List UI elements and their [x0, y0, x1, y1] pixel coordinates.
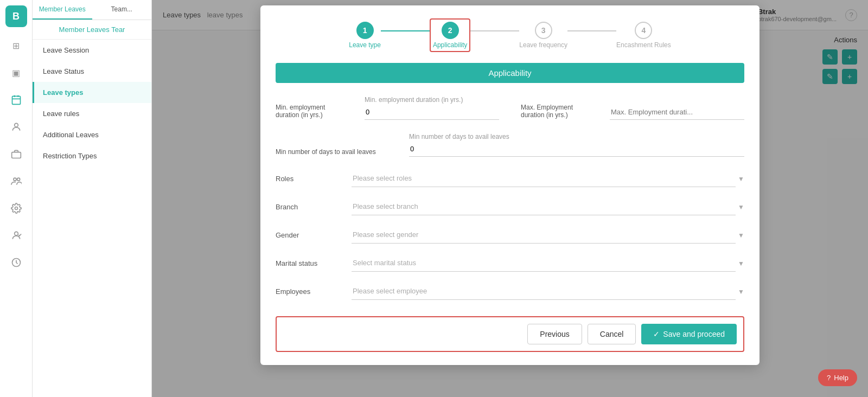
step-4-circle: 4: [635, 22, 652, 39]
gender-select[interactable]: Please select gender: [352, 226, 736, 244]
branch-control: Please select branch ▼: [352, 198, 744, 215]
nav-header: Member Leaves Tear: [33, 20, 151, 40]
step-1: 1 Leave type: [349, 22, 381, 49]
step-3-circle: 3: [535, 22, 552, 39]
branch-arrow-icon: ▼: [738, 203, 744, 211]
max-employment-label-col: Max. Employment duration (in yrs.): [521, 104, 588, 120]
marital-status-label: Marital status: [276, 259, 352, 272]
max-employment-label: Max. Employment duration (in yrs.): [521, 104, 588, 119]
max-employment-input[interactable]: [610, 105, 744, 120]
roles-label: Roles: [276, 175, 352, 187]
svg-point-6: [14, 178, 16, 181]
step-2: 2 Applicability: [430, 18, 470, 52]
save-proceed-button[interactable]: ✓ Save and proceed: [641, 324, 737, 344]
employees-select[interactable]: Please select employee: [352, 283, 736, 300]
step-3: 3 Leave frequency: [519, 22, 567, 49]
section-title: Applicability: [276, 63, 744, 83]
svg-point-8: [15, 207, 17, 210]
min-days-label: Min number of days to avail leaves: [276, 148, 387, 156]
employees-control: Please select employee ▼: [352, 283, 744, 300]
gender-arrow-icon: ▼: [738, 232, 744, 239]
min-employment-label: Min. employment duration (in yrs.): [276, 104, 343, 119]
min-employment-input[interactable]: [365, 105, 499, 120]
employees-row: Employees Please select employee ▼: [276, 283, 744, 300]
branch-label: Branch: [276, 203, 352, 215]
team-icon[interactable]: [7, 171, 26, 191]
sidebar-item-leave-types[interactable]: Leave types: [33, 82, 151, 103]
help-icon: ?: [827, 374, 831, 382]
settings-icon[interactable]: [7, 198, 26, 218]
sidebar-menu: Leave Session Leave Status Leave types L…: [33, 40, 151, 167]
tab-team[interactable]: Team...: [92, 0, 152, 20]
connector-3: [567, 30, 616, 31]
tab-member-leaves[interactable]: Member Leaves: [33, 0, 92, 20]
sidebar-item-leave-session[interactable]: Leave Session: [33, 40, 151, 61]
min-employment-inner-label: Min. employment duration (in yrs.): [365, 96, 499, 104]
max-employment-input-group: [610, 105, 744, 120]
roles-control: Please select roles ▼: [352, 170, 744, 187]
nav-tabs: Member Leaves Team...: [33, 0, 151, 20]
min-days-inner-label: Min number of days to avail leaves: [409, 133, 744, 140]
sidebar-item-restriction-types[interactable]: Restriction Types: [33, 145, 151, 167]
person-icon[interactable]: [7, 117, 26, 137]
step-1-circle: 1: [356, 22, 374, 39]
previous-button[interactable]: Previous: [527, 324, 582, 344]
sidebar-item-leave-status[interactable]: Leave Status: [33, 61, 151, 82]
step-1-label: Leave type: [349, 41, 381, 49]
checkmark-icon: ✓: [653, 330, 660, 338]
marital-status-select[interactable]: Select marital status: [352, 254, 736, 272]
sidebar-item-additional-leaves[interactable]: Additional Leaves: [33, 124, 151, 145]
clock-icon[interactable]: [7, 253, 26, 272]
gender-label: Gender: [276, 231, 352, 244]
main-area: Leave types leave types + ⚙ B Btrak btra…: [152, 0, 868, 397]
svg-rect-5: [11, 152, 21, 158]
roles-select[interactable]: Please select roles: [352, 170, 736, 187]
svg-rect-0: [12, 96, 20, 104]
step-2-label: Applicability: [433, 41, 467, 49]
employment-duration-row: Min. employment duration (in yrs.) Min. …: [276, 96, 744, 120]
app-logo[interactable]: B: [5, 5, 27, 27]
icon-sidebar: B ⊞ ▣: [0, 0, 33, 397]
admin-icon[interactable]: [7, 226, 26, 245]
briefcase-icon[interactable]: [7, 144, 26, 164]
help-button[interactable]: ? Help: [818, 369, 857, 386]
step-4-label: Encashment Rules: [616, 41, 671, 49]
employees-label: Employees: [276, 287, 352, 300]
gender-control: Please select gender ▼: [352, 226, 744, 244]
sidebar-item-leave-rules[interactable]: Leave rules: [33, 103, 151, 124]
min-days-input[interactable]: [409, 142, 744, 157]
branch-row: Branch Please select branch ▼: [276, 198, 744, 215]
step-2-circle: 2: [442, 22, 459, 39]
employees-arrow-icon: ▼: [738, 288, 744, 296]
svg-point-9: [14, 232, 18, 235]
gender-row: Gender Please select gender ▼: [276, 226, 744, 244]
marital-status-control: Select marital status ▼: [352, 254, 744, 272]
applicability-modal: 1 Leave type 2 Applicability: [260, 5, 760, 365]
marital-status-arrow-icon: ▼: [738, 260, 744, 267]
step-2-active-box: 2 Applicability: [430, 18, 470, 52]
svg-point-7: [17, 178, 20, 181]
modal-footer: Previous Cancel ✓ Save and proceed: [276, 316, 744, 352]
roles-row: Roles Please select roles ▼: [276, 170, 744, 187]
min-days-input-group: Min number of days to avail leaves: [409, 133, 744, 157]
step-4: 4 Encashment Rules: [616, 22, 671, 49]
modal-overlay: 1 Leave type 2 Applicability: [152, 0, 868, 397]
min-days-label-col: Min number of days to avail leaves: [276, 148, 387, 157]
nav-sidebar: Member Leaves Team... Member Leaves Tear…: [33, 0, 152, 397]
min-employment-field: Min. employment duration (in yrs.): [276, 104, 343, 120]
roles-arrow-icon: ▼: [738, 175, 744, 183]
step-3-label: Leave frequency: [519, 41, 567, 49]
marital-status-row: Marital status Select marital status ▼: [276, 254, 744, 272]
connector-1: [381, 30, 430, 31]
sidebar-icon-list: ⊞ ▣: [7, 36, 26, 392]
dashboard-icon[interactable]: ⊞: [7, 36, 26, 55]
svg-point-4: [14, 123, 18, 127]
branch-select[interactable]: Please select branch: [352, 198, 736, 215]
calendar-icon[interactable]: [7, 90, 26, 110]
connector-2: [470, 30, 519, 31]
cancel-button[interactable]: Cancel: [588, 324, 636, 344]
stepper: 1 Leave type 2 Applicability: [276, 18, 744, 52]
tv-icon[interactable]: ▣: [7, 63, 26, 82]
min-employment-input-group: Min. employment duration (in yrs.): [365, 96, 499, 120]
min-days-row: Min number of days to avail leaves Min n…: [276, 133, 744, 157]
